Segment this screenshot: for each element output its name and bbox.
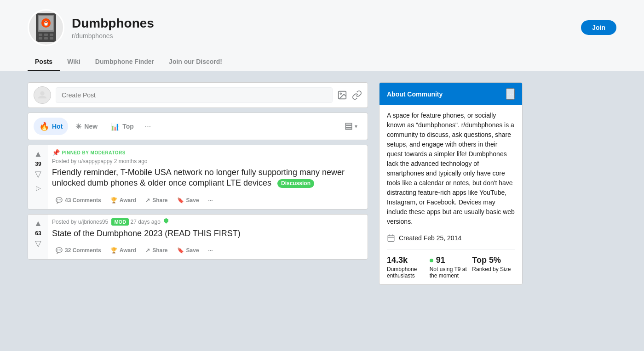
- online-stat: 91 Not using T9 at the moment: [430, 255, 472, 279]
- post-meta: Posted by u/sappypappy 2 months ago: [52, 158, 364, 164]
- pin-icon: 📌: [52, 149, 60, 156]
- image-upload-button[interactable]: [337, 90, 347, 100]
- share-icon: ↗: [145, 247, 150, 254]
- share-button[interactable]: ↗ Share: [142, 194, 171, 206]
- share-icon: ↗: [145, 197, 150, 204]
- hot-label: Hot: [52, 123, 63, 130]
- hot-icon: 🔥: [39, 121, 49, 131]
- about-header: About Community ···: [380, 83, 522, 105]
- post-actions: 💬 32 Comments 🏆 Award ↗ Share 🔖: [52, 243, 364, 259]
- award-label: Award: [120, 197, 136, 204]
- save-label: Save: [186, 197, 199, 204]
- downvote-button[interactable]: ▽: [34, 169, 42, 179]
- save-icon: 🔖: [177, 197, 184, 204]
- join-button[interactable]: Join: [581, 20, 616, 35]
- create-post-icons: [337, 90, 362, 100]
- link-icon: [352, 90, 362, 100]
- tab-discord[interactable]: Join our Discord!: [161, 53, 230, 71]
- post-content: Posted by u/jbriones95 MOD 27 days ago S…: [48, 215, 368, 259]
- post-meta: Posted by u/jbriones95 MOD 27 days ago: [52, 218, 364, 226]
- svg-rect-20: [345, 128, 352, 130]
- vote-count: 39: [35, 161, 41, 167]
- svg-point-17: [340, 93, 341, 94]
- vote-column: ▲ 63 ▽: [28, 215, 48, 259]
- downvote-button[interactable]: ▽: [34, 238, 42, 249]
- sort-more-button[interactable]: ···: [141, 119, 155, 134]
- post-author-link[interactable]: u/sappypappy: [78, 158, 113, 164]
- rank-stat: Top 5% Ranked by Size: [472, 255, 515, 279]
- svg-point-15: [40, 91, 44, 96]
- share-label: Share: [152, 197, 167, 204]
- view-icon: [345, 122, 353, 130]
- sort-hot-button[interactable]: 🔥 Hot: [34, 118, 68, 135]
- tab-wiki[interactable]: Wiki: [60, 53, 88, 71]
- share-button[interactable]: ↗ Share: [142, 244, 171, 256]
- online-dot: [430, 259, 433, 262]
- post-title: Friendly reminder, T-Mobile USA network …: [52, 167, 364, 189]
- more-options-button[interactable]: ···: [205, 244, 217, 256]
- comment-icon: 💬: [56, 197, 63, 204]
- about-title: About Community: [387, 91, 443, 98]
- pinned-badge: 📌 PINNED BY MODERATORS: [52, 149, 364, 156]
- image-icon: [337, 90, 347, 100]
- save-button[interactable]: 🔖 Save: [173, 194, 203, 206]
- about-body: A space for feature phones, or socially …: [380, 105, 522, 284]
- comments-label: 32 Comments: [65, 247, 101, 254]
- post-inner: ▲ 39 ▽ ▷ 📌 PINNED BY MODERATORS Posted b…: [28, 145, 368, 209]
- award-button[interactable]: 🏆 Award: [107, 244, 140, 256]
- subreddit-avatar: [28, 9, 64, 46]
- top-label: Top: [122, 123, 134, 130]
- post-author-link[interactable]: u/jbriones95: [78, 219, 108, 225]
- comments-button[interactable]: 💬 32 Comments: [52, 244, 105, 256]
- sort-top-button[interactable]: 📊 Top: [105, 119, 139, 135]
- avatar-icon: [32, 11, 60, 44]
- post-inner: ▲ 63 ▽ Posted by u/jbriones95 MOD 27 day…: [28, 215, 368, 259]
- mod-badge: MOD: [111, 218, 129, 226]
- award-button[interactable]: 🏆 Award: [107, 194, 140, 206]
- online-number: 91: [436, 255, 445, 265]
- rank-label: Ranked by Size: [472, 266, 515, 272]
- about-more-button[interactable]: ···: [506, 88, 515, 100]
- post-flair: Discussion: [277, 179, 314, 188]
- create-post-input[interactable]: [56, 87, 333, 103]
- members-count: 14.3k: [387, 255, 430, 265]
- sort-new-button[interactable]: ✳ New: [70, 119, 103, 135]
- tab-dumbphone-finder[interactable]: Dumbphone Finder: [88, 53, 161, 71]
- svg-rect-12: [39, 37, 42, 40]
- svg-rect-19: [345, 126, 352, 128]
- crosspost-button[interactable]: ▷: [35, 184, 42, 192]
- new-label: New: [84, 123, 98, 130]
- upvote-button[interactable]: ▲: [33, 149, 43, 159]
- members-label: Dumbphone enthusiasts: [387, 266, 430, 279]
- about-card: About Community ··· A space for feature …: [379, 82, 523, 285]
- stats-row: 14.3k Dumbphone enthusiasts 91 Not using…: [387, 249, 515, 279]
- post-card: ▲ 39 ▽ ▷ 📌 PINNED BY MODERATORS Posted b…: [28, 145, 368, 209]
- post-time: 2 months ago: [114, 158, 148, 164]
- vote-count: 63: [35, 230, 41, 237]
- svg-rect-10: [44, 34, 48, 36]
- pinned-label: PINNED BY MODERATORS: [62, 150, 126, 155]
- save-button[interactable]: 🔖 Save: [173, 244, 203, 256]
- post-card: ▲ 63 ▽ Posted by u/jbriones95 MOD 27 day…: [28, 214, 368, 260]
- subreddit-header: Dumbphones r/dumbphones Join Posts Wiki …: [0, 0, 644, 71]
- link-button[interactable]: [352, 90, 362, 100]
- post-title: State of the Dumbphone 2023 (READ THIS F…: [52, 228, 364, 239]
- view-toggle-button[interactable]: ▾: [340, 119, 362, 134]
- award-label: Award: [120, 247, 136, 254]
- tab-posts[interactable]: Posts: [28, 53, 60, 71]
- svg-point-6: [44, 21, 45, 22]
- feed-column: 🔥 Hot ✳ New 📊 Top ···: [28, 82, 368, 285]
- upvote-button[interactable]: ▲: [33, 218, 43, 228]
- comments-button[interactable]: 💬 43 Comments: [52, 194, 105, 206]
- about-description: A space for feature phones, or socially …: [387, 111, 515, 226]
- chevron-down-icon: ▾: [355, 123, 357, 130]
- subreddit-title: Dumbphones: [72, 16, 574, 31]
- post-content: 📌 PINNED BY MODERATORS Posted by u/sappy…: [48, 145, 368, 209]
- more-options-button[interactable]: ···: [205, 194, 217, 206]
- save-icon: 🔖: [177, 247, 184, 254]
- sort-bar: 🔥 Hot ✳ New 📊 Top ···: [28, 113, 368, 140]
- shield-icon: [164, 218, 168, 224]
- post-actions: 💬 43 Comments 🏆 Award ↗ Share 🔖: [52, 192, 364, 209]
- online-count: 91: [430, 255, 472, 265]
- sidebar: About Community ··· A space for feature …: [379, 82, 523, 285]
